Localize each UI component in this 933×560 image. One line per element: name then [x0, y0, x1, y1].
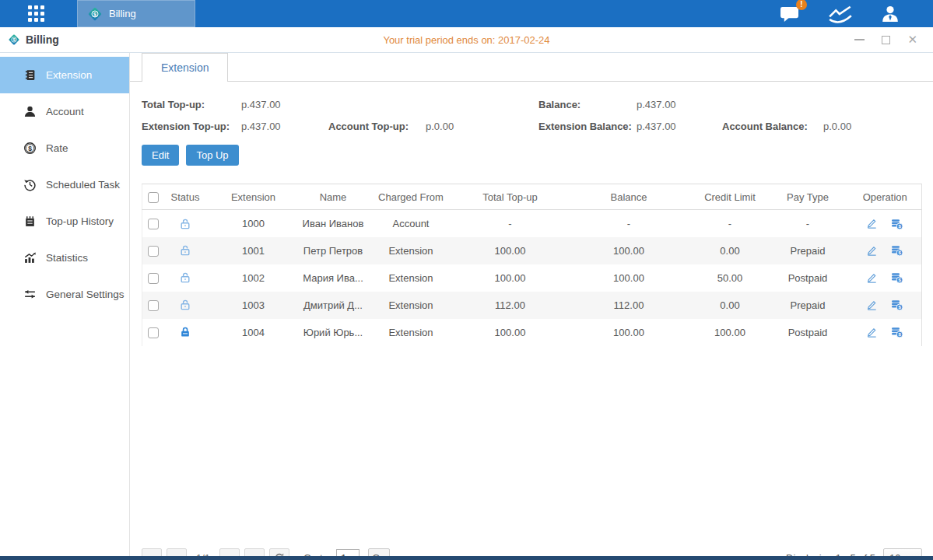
sidebar-item-label: Statistics: [46, 252, 88, 264]
notification-badge: !: [796, 0, 807, 10]
table-row: 1003Дмитрий Д...Extension112.00112.000.0…: [142, 292, 922, 319]
edit-extension-icon[interactable]: [866, 245, 878, 257]
unlocked-icon[interactable]: [179, 244, 191, 257]
pay-type-cell: Postpaid: [767, 264, 849, 292]
edit-button[interactable]: Edit: [142, 145, 179, 166]
pay-type-cell: Prepaid: [767, 237, 849, 264]
status-cell: [164, 210, 207, 237]
taskbar-billing-tab[interactable]: $ Billing: [77, 0, 195, 27]
charged-from-cell: Extension: [367, 264, 456, 292]
topup-extension-icon[interactable]: $: [890, 326, 903, 338]
tab-bar: Extension: [130, 53, 933, 82]
sidebar-item-label: Account: [46, 106, 84, 117]
extension-cell: 1003: [207, 292, 300, 319]
maximize-button[interactable]: [882, 34, 890, 45]
minimize-button[interactable]: [854, 34, 865, 45]
close-button[interactable]: ✕: [907, 34, 917, 45]
locked-icon[interactable]: [179, 326, 191, 338]
extension-topup-value: p.437.00: [241, 121, 281, 132]
sidebar: Extension Account $ Rate: [0, 53, 130, 556]
column-header: Balance: [565, 184, 693, 210]
name-cell: Петр Петров: [300, 237, 367, 264]
sidebar-item-rate[interactable]: $ Rate: [0, 130, 129, 166]
column-header: Operation: [849, 184, 922, 210]
operation-cell: $: [849, 292, 922, 319]
credit-limit-cell: 50.00: [693, 264, 767, 292]
row-checkbox[interactable]: [148, 300, 159, 311]
edit-extension-icon[interactable]: [866, 299, 878, 311]
taskbar-tab-label: Billing: [109, 8, 136, 19]
reports-chart-icon[interactable]: [829, 5, 852, 23]
name-cell: Дмитрий Д...: [300, 292, 367, 319]
sliders-icon: [23, 288, 37, 301]
table-row: 1002Мария Ива...Extension100.00100.0050.…: [142, 264, 922, 292]
sidebar-item-general-settings[interactable]: General Settings: [0, 276, 129, 313]
unlocked-icon[interactable]: [179, 218, 191, 230]
app-launcher-icon[interactable]: [28, 5, 44, 22]
extensions-table: StatusExtensionNameCharged FromTotal Top…: [142, 184, 922, 346]
pay-type-cell: Postpaid: [767, 319, 849, 346]
row-checkbox[interactable]: [148, 246, 159, 257]
balance-cell: 112.00: [565, 292, 693, 319]
user-account-icon[interactable]: [880, 4, 900, 24]
account-balance-label: Account Balance:: [722, 121, 823, 132]
tab-extension[interactable]: Extension: [142, 53, 228, 82]
billing-diamond-icon: $: [87, 6, 103, 22]
unlocked-icon[interactable]: [179, 271, 191, 284]
messages-icon[interactable]: !: [780, 5, 801, 23]
topup-extension-icon[interactable]: $: [890, 299, 903, 311]
row-checkbox[interactable]: [148, 327, 159, 338]
sidebar-item-label: Rate: [46, 142, 68, 154]
edit-extension-icon[interactable]: [866, 272, 878, 284]
person-icon: [23, 105, 37, 118]
table-row: 1001Петр ПетровExtension100.00100.000.00…: [142, 237, 922, 264]
main-panel: Extension Total Top-up: p.437.00 Balance…: [130, 53, 933, 556]
extension-balance-label: Extension Balance:: [538, 121, 637, 132]
unlocked-icon[interactable]: [179, 299, 191, 311]
charged-from-cell: Extension: [367, 319, 456, 346]
sidebar-item-account[interactable]: Account: [0, 93, 129, 130]
charged-from-cell: Extension: [367, 292, 456, 319]
svg-text:$: $: [93, 11, 96, 17]
topup-extension-icon[interactable]: $: [890, 271, 903, 284]
extension-balance-value: p.437.00: [637, 121, 676, 132]
sidebar-item-topup-history[interactable]: Top-up History: [0, 203, 129, 240]
edit-extension-icon[interactable]: [866, 327, 878, 338]
topup-extension-icon[interactable]: $: [890, 218, 903, 230]
row-checkbox[interactable]: [148, 219, 159, 229]
row-checkbox[interactable]: [148, 273, 159, 284]
column-header: Charged From: [367, 184, 456, 210]
total-topup-label: Total Top-up:: [142, 99, 241, 110]
pay-type-cell: -: [767, 210, 849, 237]
select-all-checkbox[interactable]: [148, 192, 159, 203]
sidebar-item-label: Extension: [46, 69, 92, 81]
status-cell: [164, 292, 207, 319]
svg-text:$: $: [28, 145, 32, 152]
total-topup-cell: 112.00: [456, 292, 565, 319]
history-clock-icon: [23, 178, 37, 191]
sidebar-item-statistics[interactable]: Statistics: [0, 240, 129, 276]
operation-cell: $: [849, 319, 922, 346]
credit-limit-cell: 0.00: [693, 237, 767, 264]
pay-type-cell: Prepaid: [767, 292, 849, 319]
sidebar-item-label: Scheduled Task: [46, 179, 120, 191]
table-header-row: StatusExtensionNameCharged FromTotal Top…: [142, 184, 922, 210]
status-cell: [164, 319, 207, 346]
charged-from-cell: Account: [367, 210, 456, 237]
column-header: Pay Type: [767, 184, 849, 210]
sidebar-item-scheduled-task[interactable]: Scheduled Task: [0, 166, 129, 203]
extension-cell: 1002: [207, 264, 300, 292]
column-header: Extension: [207, 184, 300, 210]
checkbox-cell: [142, 264, 164, 292]
credit-limit-cell: -: [693, 210, 767, 237]
edit-extension-icon[interactable]: [866, 218, 878, 229]
column-header: Total Top-up: [456, 184, 565, 210]
balance-cell: -: [565, 210, 693, 237]
sidebar-item-extension[interactable]: Extension: [0, 57, 129, 93]
notepad-icon: [23, 215, 37, 228]
extension-cell: 1001: [207, 237, 300, 264]
top-up-button[interactable]: Top Up: [186, 145, 238, 166]
topup-extension-icon[interactable]: $: [890, 244, 903, 257]
window-titlebar: $ Billing Your trial period ends on: 201…: [0, 27, 933, 53]
operation-cell: $: [849, 264, 922, 292]
